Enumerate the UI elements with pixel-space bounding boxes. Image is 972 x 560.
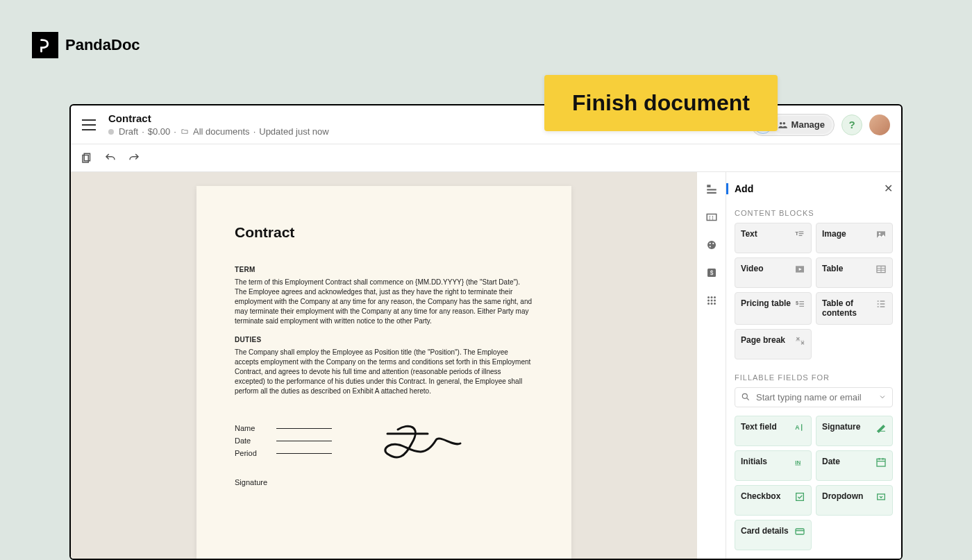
canvas-area[interactable]: Contract TERM The term of this Employmen… [71, 172, 697, 559]
initials-icon: IN [794, 457, 805, 468]
video-icon [794, 264, 805, 275]
form-fields: Name Date Period Signature [235, 424, 332, 491]
svg-rect-6 [707, 192, 717, 194]
svg-point-23 [714, 303, 716, 305]
field-date-label: Date [235, 436, 276, 445]
variables-icon[interactable]: [ ] [705, 211, 718, 223]
svg-point-1 [782, 121, 785, 124]
block-text[interactable]: TextT [735, 223, 812, 253]
svg-point-10 [709, 243, 710, 244]
svg-text:$: $ [710, 270, 713, 276]
help-button[interactable]: ? [841, 114, 862, 135]
svg-rect-34 [796, 493, 804, 500]
status-label: Draft [119, 126, 138, 137]
block-video[interactable]: Video [735, 257, 812, 288]
svg-point-11 [712, 243, 714, 244]
block-toc[interactable]: Table of contents [816, 292, 893, 325]
design-icon[interactable] [705, 239, 718, 251]
field-period-label: Period [235, 449, 276, 457]
content-blocks-icon[interactable] [705, 183, 718, 196]
menu-icon[interactable] [82, 119, 96, 130]
svg-point-9 [707, 241, 716, 249]
section-term: TERM The term of this Employment Contrac… [235, 266, 533, 326]
toolbar [71, 144, 901, 172]
people-icon [778, 120, 787, 130]
redo-icon[interactable] [126, 151, 142, 166]
field-signature[interactable]: Signature [816, 416, 893, 446]
add-panel: Add ✕ CONTENT BLOCKS TextT Image Video T… [726, 172, 901, 559]
section-duties: DUTIES The Company shall employ the Empl… [235, 336, 533, 396]
field-initials[interactable]: InitialsIN [735, 450, 812, 481]
user-avatar[interactable] [869, 114, 890, 135]
document-page[interactable]: Contract TERM The term of this Employmen… [196, 186, 571, 559]
svg-point-26 [879, 232, 881, 235]
signature-field-icon [875, 422, 887, 433]
close-icon[interactable]: ✕ [884, 182, 893, 195]
app-window: Contract Draft · $0.00 · All documents ·… [69, 104, 903, 560]
copy-icon[interactable] [79, 151, 94, 166]
brand-logo-icon [32, 32, 58, 58]
text-field-icon: A [794, 422, 805, 433]
section-text-term: The term of this Employment Contract sha… [235, 278, 533, 326]
block-page-break[interactable]: Page break [735, 329, 812, 359]
block-table[interactable]: Table [816, 257, 893, 288]
pricing-icon[interactable]: $ [705, 266, 718, 279]
signature-row: Name Date Period Signature [235, 424, 533, 491]
field-date[interactable]: Date [816, 450, 893, 481]
field-dropdown[interactable]: Dropdown [816, 485, 893, 516]
panel-title: Add [735, 183, 753, 194]
page-heading: Contract [235, 224, 533, 241]
svg-point-12 [709, 246, 710, 247]
fillable-fields-grid: Text fieldA Signature InitialsIN Date Ch… [735, 416, 893, 550]
checkbox-icon [794, 491, 805, 502]
editor-body: Contract TERM The term of this Employmen… [71, 172, 901, 559]
amount-label: $0.00 [148, 126, 171, 137]
svg-rect-4 [707, 185, 710, 187]
calendar-icon [875, 457, 887, 468]
svg-point-17 [714, 296, 716, 298]
svg-point-22 [710, 303, 712, 305]
field-text[interactable]: Text fieldA [735, 416, 812, 446]
section-text-duties: The Company shall employ the Employee as… [235, 348, 533, 396]
page-break-icon [794, 335, 805, 346]
search-icon [741, 392, 751, 402]
block-pricing-table[interactable]: Pricing table$ [735, 292, 812, 325]
toc-icon [875, 298, 887, 309]
section-head-duties: DUTIES [235, 336, 533, 343]
manage-button[interactable]: Manage [773, 116, 832, 134]
signature-icon [374, 416, 464, 491]
field-name-label: Name [235, 424, 276, 432]
field-checkbox[interactable]: Checkbox [735, 485, 812, 516]
block-image[interactable]: Image [816, 223, 893, 253]
image-icon [875, 229, 887, 240]
svg-point-0 [780, 121, 782, 124]
svg-rect-35 [878, 494, 885, 500]
svg-text:[ ]: [ ] [709, 214, 713, 221]
dropdown-icon [875, 491, 887, 502]
svg-rect-5 [707, 189, 717, 190]
svg-text:$: $ [796, 300, 798, 306]
svg-text:A: A [795, 423, 800, 430]
svg-text:T: T [795, 230, 798, 237]
chevron-down-icon[interactable] [878, 393, 887, 401]
apps-icon[interactable] [705, 294, 718, 307]
document-title[interactable]: Contract [108, 112, 329, 124]
status-dot-icon [108, 129, 114, 135]
folder-icon [180, 128, 190, 135]
recipient-input[interactable] [756, 392, 873, 402]
svg-point-15 [707, 296, 710, 298]
header-title-block: Contract Draft · $0.00 · All documents ·… [108, 112, 329, 137]
recipient-search[interactable] [735, 387, 893, 407]
undo-icon[interactable] [103, 151, 118, 166]
field-card-details[interactable]: Card details [735, 520, 812, 550]
side-rail: [ ] $ [697, 172, 726, 559]
svg-point-20 [714, 300, 716, 302]
location-label[interactable]: All documents [193, 126, 250, 137]
content-blocks-grid: TextT Image Video Table Pricing table$ T… [735, 223, 893, 359]
section-head-term: TERM [235, 266, 533, 273]
svg-point-30 [742, 394, 747, 399]
content-blocks-label: CONTENT BLOCKS [735, 209, 893, 217]
fillable-fields-label: FILLABLE FIELDS FOR [735, 373, 893, 382]
brand-header: PandaDoc [32, 32, 140, 58]
pricing-table-icon: $ [794, 298, 805, 309]
